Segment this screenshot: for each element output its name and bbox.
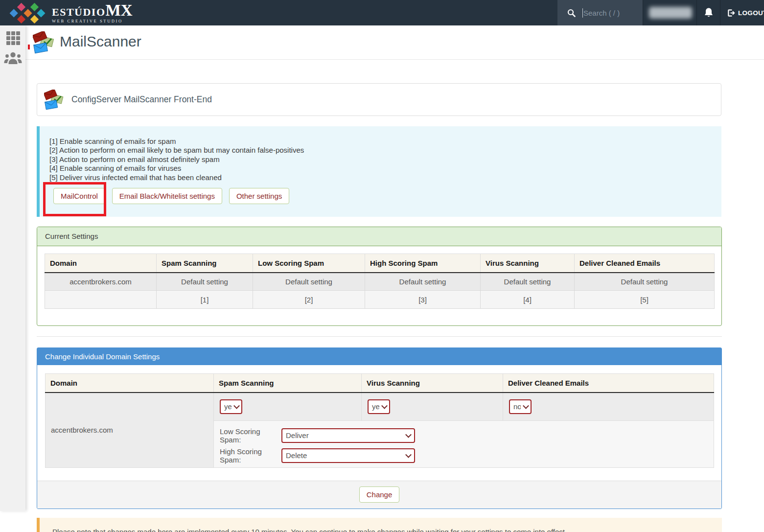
cell-scoring-options: Low Scoring Spam: Deliver High Scoring S… xyxy=(214,420,714,467)
change-submit-button[interactable]: Change xyxy=(359,486,400,503)
page: ESTÚDIOMX WEB CREATIVE STUDIO Search ( /… xyxy=(0,0,764,532)
cell-empty xyxy=(45,291,157,309)
cell-domain: accentbrokers.com xyxy=(45,273,157,291)
col-domain: Domain xyxy=(46,374,214,393)
table-row: [1] [2] [3] [4] [5] xyxy=(45,291,715,309)
configserver-card: ConfigServer MailScanner Front-End xyxy=(37,83,721,116)
change-settings-panel: Change Individual Domain Settings Domain… xyxy=(37,347,722,509)
high-scoring-select[interactable]: Delete xyxy=(281,448,415,463)
high-scoring-select-wrap: Delete xyxy=(281,448,415,463)
section-divider xyxy=(37,336,722,337)
bell-icon xyxy=(704,7,714,18)
brand-diamonds-icon xyxy=(8,1,48,24)
table-header-row: Domain Spam Scanning Virus Scanning Deli… xyxy=(46,374,714,393)
cell-high: Default setting xyxy=(365,273,481,291)
cell-ref-1: [1] xyxy=(157,291,253,309)
cell-virus: Default setting xyxy=(481,273,575,291)
cell-domain: accentbrokers.com xyxy=(46,393,214,468)
brand-logo[interactable]: ESTÚDIOMX WEB CREATIVE STUDIO xyxy=(8,1,133,24)
high-scoring-label: High Scoring Spam: xyxy=(220,447,281,464)
logout-button[interactable]: LOGOUT xyxy=(720,0,764,25)
search-placeholder: Search ( / ) xyxy=(583,9,620,17)
cell-spam-scanning: yes xyxy=(214,393,362,421)
notifications-button[interactable] xyxy=(697,0,720,25)
legend-item-1: [1] Enable scanning of emails for spam xyxy=(49,137,721,146)
search-input[interactable]: Search ( / ) xyxy=(557,0,643,25)
black-whitelist-settings-button[interactable]: Email Black/Whitelist settings xyxy=(112,188,222,204)
col-virus-scanning: Virus Scanning xyxy=(362,374,503,393)
apps-grid-icon[interactable] xyxy=(6,31,20,45)
other-settings-button[interactable]: Other settings xyxy=(229,188,289,204)
table-header-row: Domain Spam Scanning Low Scoring Spam Hi… xyxy=(45,254,715,273)
change-settings-header: Change Individual Domain Settings xyxy=(37,348,721,365)
cell-low: Default setting xyxy=(253,273,365,291)
high-scoring-row: High Scoring Spam: Delete xyxy=(220,447,708,464)
brand-suffix: MX xyxy=(106,1,133,19)
table-row: accentbrokers.com Default setting Defaul… xyxy=(45,273,715,291)
current-settings-header: Current Settings xyxy=(37,227,721,246)
top-navbar: ESTÚDIOMX WEB CREATIVE STUDIO Search ( /… xyxy=(0,0,764,25)
settings-button-row: MailControl Email Black/Whitelist settin… xyxy=(53,188,721,204)
col-spam-scanning: Spam Scanning xyxy=(214,374,362,393)
users-icon[interactable] xyxy=(4,51,22,65)
low-scoring-select[interactable]: Deliver xyxy=(281,428,415,443)
col-domain: Domain xyxy=(45,254,157,273)
spam-scanning-select[interactable]: yes xyxy=(220,399,242,414)
logout-icon xyxy=(727,9,736,17)
cell-spam: Default setting xyxy=(157,273,253,291)
current-settings-table: Domain Spam Scanning Low Scoring Spam Hi… xyxy=(45,254,715,309)
legend-item-3: [3] Action to perform on email almost de… xyxy=(49,155,721,164)
left-sidebar xyxy=(0,25,25,511)
mailscanner-icon xyxy=(33,31,55,54)
cell-deliver: Default setting xyxy=(575,273,715,291)
col-deliver-cleaned: Deliver Cleaned Emails xyxy=(503,374,714,393)
deliver-cleaned-select[interactable]: no xyxy=(509,399,532,414)
col-deliver-cleaned: Deliver Cleaned Emails xyxy=(575,254,715,273)
cell-ref-3: [3] xyxy=(365,291,481,309)
change-panel-footer: Change xyxy=(37,481,721,509)
cell-virus-scanning: yes xyxy=(362,393,503,421)
legend-item-2: [2] Action to perform on email likely to… xyxy=(49,146,721,155)
cell-ref-5: [5] xyxy=(575,291,715,309)
configserver-icon xyxy=(44,90,65,110)
legend-callout: [1] Enable scanning of emails for spam [… xyxy=(37,126,721,217)
brand-text: ESTÚDIOMX WEB CREATIVE STUDIO xyxy=(52,2,133,23)
red-marker xyxy=(28,45,30,49)
col-spam-scanning: Spam Scanning xyxy=(157,254,253,273)
cell-deliver-cleaned: no xyxy=(503,393,714,421)
brand-tagline: WEB CREATIVE STUDIO xyxy=(52,19,133,23)
page-title: MailScanner xyxy=(60,33,141,50)
username-redacted xyxy=(649,7,692,19)
col-low-scoring-spam: Low Scoring Spam xyxy=(253,254,365,273)
change-settings-table: Domain Spam Scanning Virus Scanning Deli… xyxy=(45,373,714,468)
col-high-scoring-spam: High Scoring Spam xyxy=(365,254,481,273)
current-settings-panel: Current Settings Domain Spam Scanning Lo… xyxy=(37,227,722,326)
table-row: accentbrokers.com yes yes xyxy=(46,393,714,421)
mailcontrol-button[interactable]: MailControl xyxy=(53,188,105,204)
low-scoring-select-wrap: Deliver xyxy=(281,428,415,443)
legend-item-4: [4] Enable scanning of emails for viruse… xyxy=(49,164,721,173)
cell-ref-2: [2] xyxy=(253,291,365,309)
deliver-cleaned-select-wrap: no xyxy=(509,399,532,414)
note-text: Please note that changes made here are i… xyxy=(52,528,567,532)
page-header: MailScanner xyxy=(25,25,764,60)
legend-item-5: [5] Deliver virus infected email that ha… xyxy=(49,173,721,182)
card-title: ConfigServer MailScanner Front-End xyxy=(71,94,212,105)
low-scoring-row: Low Scoring Spam: Deliver xyxy=(220,427,708,444)
logout-label: LOGOUT xyxy=(738,9,764,17)
spam-scanning-select-wrap: yes xyxy=(220,399,242,414)
cell-ref-4: [4] xyxy=(481,291,575,309)
user-menu[interactable] xyxy=(643,0,697,25)
virus-scanning-select[interactable]: yes xyxy=(368,399,390,414)
text-caret xyxy=(582,8,583,18)
brand-name: ESTÚDIO xyxy=(52,6,106,18)
virus-scanning-select-wrap: yes xyxy=(368,399,390,414)
note-callout: Please note that changes made here are i… xyxy=(37,518,722,532)
search-icon xyxy=(567,9,576,17)
low-scoring-label: Low Scoring Spam: xyxy=(220,427,281,444)
col-virus-scanning: Virus Scanning xyxy=(481,254,575,273)
